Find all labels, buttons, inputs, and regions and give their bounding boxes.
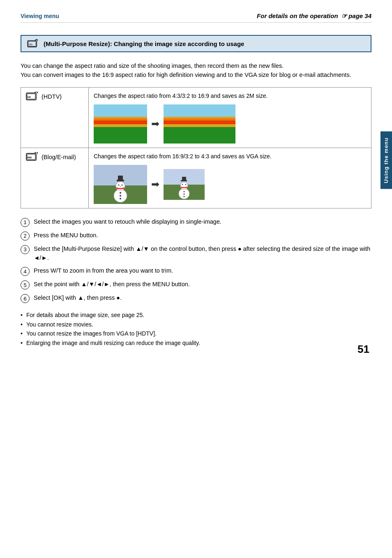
svg-point-38 [120, 186, 121, 187]
page-number: 51 [357, 343, 369, 356]
side-tab: Using the menu [380, 132, 392, 189]
svg-point-36 [118, 184, 120, 185]
svg-rect-17 [94, 122, 147, 124]
svg-point-37 [122, 184, 123, 185]
intro-text: You can change the aspect ratio and size… [21, 61, 371, 80]
notes-list: For details about the image size, see pa… [21, 310, 371, 347]
hdtv-label: HD (HDTV) [26, 92, 83, 102]
blog-icon: WEB [26, 152, 39, 162]
svg-text:HD: HD [28, 96, 31, 98]
svg-point-41 [120, 198, 121, 199]
svg-rect-23 [164, 122, 235, 124]
svg-point-51 [184, 193, 185, 194]
header-section-label: Viewing menu [21, 13, 59, 19]
blog-after-image [164, 169, 205, 200]
table-row-blog: WEB (Blog/E-mail) Changes the aspect rat… [21, 148, 371, 208]
svg-point-40 [120, 195, 121, 197]
step-2: 2 Press the MENU button. [21, 231, 371, 241]
step-1: 1 Select the images you want to retouch … [21, 218, 371, 227]
steps-list: 1 Select the images you want to retouch … [21, 218, 371, 303]
svg-point-48 [182, 184, 183, 185]
svg-rect-22 [164, 118, 235, 121]
arrow-right-icon: ➡ [151, 116, 159, 131]
resize-icon: HD [27, 39, 39, 48]
note-3: You cannot resize the images from VGA to… [21, 329, 371, 338]
svg-rect-13 [94, 127, 147, 144]
svg-point-49 [185, 184, 186, 185]
page-header: Viewing menu For details on the operatio… [21, 12, 371, 23]
svg-point-39 [120, 192, 121, 194]
svg-point-50 [184, 191, 185, 192]
step-5: 5 Set the point with ▲/▼/◄/►, then press… [21, 280, 371, 289]
section-title-text: (Multi-Purpose Resize): Changing the ima… [44, 40, 244, 47]
svg-rect-35 [118, 176, 123, 181]
svg-rect-47 [182, 177, 186, 181]
svg-text:WEB: WEB [28, 157, 32, 159]
section-title-box: HD (Multi-Purpose Resize): Changing the … [21, 35, 371, 52]
arrow-right-icon-2: ➡ [151, 177, 159, 192]
svg-point-52 [184, 196, 185, 197]
blog-image-row: ➡ [94, 165, 366, 204]
note-1: For details about the image size, see pa… [21, 310, 371, 320]
hdtv-image-row: ➡ [94, 104, 366, 144]
step-6: 6 Select [OK] with ▲, then press ●. [21, 294, 371, 303]
svg-rect-16 [94, 118, 147, 121]
note-4: Enlarging the image and multi resizing c… [21, 338, 371, 347]
hdtv-before-image [94, 104, 147, 144]
header-page-ref: For details on the operation ☞ page 34 [257, 12, 371, 20]
svg-point-45 [180, 182, 188, 190]
blog-before-image [94, 165, 147, 204]
step-4: 4 Press W/T to zoom in from the area you… [21, 266, 371, 276]
blog-description: Changes the aspect ratio from 16:9/3:2 t… [94, 152, 366, 161]
hdtv-description: Changes the aspect ratio from 4:3/3:2 to… [94, 92, 366, 100]
note-2: You cannot resize movies. [21, 320, 371, 329]
step-3: 3 Select the [Multi-Purpose Resize] with… [21, 245, 371, 263]
hdtv-after-image [164, 104, 235, 144]
svg-text:HD: HD [29, 43, 32, 46]
svg-rect-19 [164, 127, 235, 144]
hdtv-icon: HD [26, 92, 39, 102]
blog-label: WEB (Blog/E-mail) [26, 152, 83, 162]
feature-table: HD (HDTV) Changes the aspect ratio from … [21, 87, 371, 208]
table-row-hdtv: HD (HDTV) Changes the aspect ratio from … [21, 87, 371, 148]
